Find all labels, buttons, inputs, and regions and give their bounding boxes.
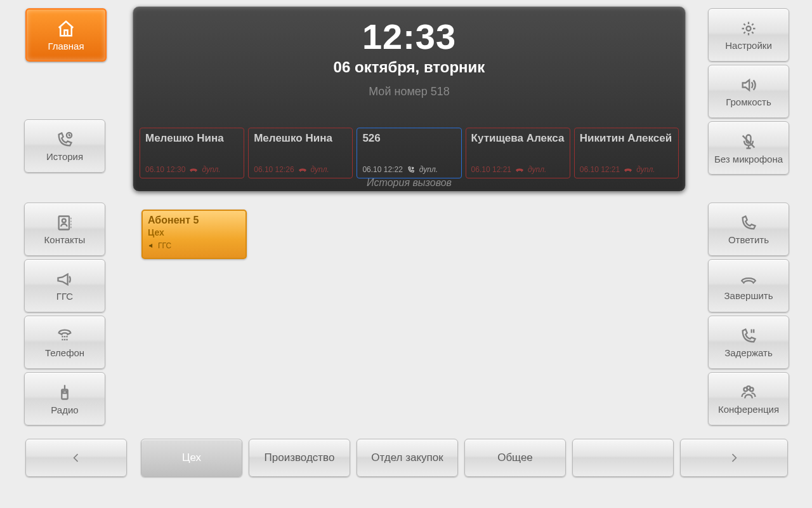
conference-label: Конференция [718, 404, 779, 415]
phone-hold-icon [739, 327, 758, 345]
tab-general[interactable]: Общее [464, 439, 566, 477]
call-mode: дупл. [311, 165, 329, 174]
settings-button[interactable]: Настройки [708, 8, 789, 62]
call-card[interactable]: Никитин Алексей 06.10 12:21 дупл. [574, 128, 679, 178]
chevron-left-icon [70, 450, 82, 465]
call-name: Кутищева Алекса [471, 132, 565, 145]
speaker-icon [739, 76, 758, 94]
settings-label: Настройки [725, 40, 772, 51]
call-name: 526 [362, 132, 455, 145]
contacts-icon [55, 214, 74, 232]
answer-label: Ответить [728, 234, 769, 245]
call-card[interactable]: Кутищева Алекса 06.10 12:21 дупл. [466, 128, 570, 178]
tab-label: Цех [182, 451, 201, 464]
contacts-button[interactable]: Контакты [24, 203, 105, 256]
incoming-call-icon [407, 166, 416, 173]
mic-off-icon [740, 132, 757, 151]
svg-rect-4 [63, 391, 67, 393]
next-page-button[interactable] [680, 439, 788, 477]
home-button[interactable]: Главная [25, 8, 107, 62]
call-history-icon [55, 131, 74, 149]
contact-group: Цех [148, 227, 240, 237]
ggs-label: ГГС [56, 291, 73, 302]
phone-button[interactable]: Телефон [24, 316, 105, 369]
contact-tag: ГГС [158, 241, 171, 250]
tab-production[interactable]: Производство [249, 439, 350, 477]
history-caption: История вызовов [133, 177, 685, 189]
my-number: Мой номер 518 [133, 85, 685, 98]
tab-empty[interactable] [572, 439, 674, 477]
tab-label: Отдел закупок [371, 451, 443, 464]
missed-call-icon [624, 166, 632, 173]
svg-point-5 [747, 26, 751, 30]
volume-label: Громкость [726, 97, 771, 107]
call-mode: дупл. [419, 165, 438, 174]
svg-point-2 [62, 218, 66, 222]
conference-icon [738, 384, 759, 401]
missed-call-icon [298, 166, 307, 173]
phone-icon [55, 327, 74, 345]
hold-button[interactable]: Задержать [708, 316, 789, 369]
megaphone-small-icon [148, 243, 155, 249]
phone-answer-icon [739, 214, 758, 232]
contacts-label: Контакты [44, 234, 86, 245]
call-mode: дупл. [202, 165, 220, 174]
missed-call-icon [189, 166, 198, 173]
tab-label: Общее [497, 451, 533, 464]
tab-ceh[interactable]: Цех [141, 439, 242, 477]
call-time: 06.10 12:30 [145, 165, 185, 174]
contact-tile[interactable]: Абонент 5 Цех ГГС [141, 210, 247, 259]
chevron-right-icon [728, 450, 740, 465]
call-time: 06.10 12:21 [580, 165, 620, 174]
phone-hangup-icon [738, 271, 759, 288]
missed-call-icon [515, 166, 524, 173]
svg-point-9 [747, 386, 750, 390]
tab-label: Производство [265, 451, 335, 464]
call-mode: дупл. [636, 165, 655, 174]
radio-button[interactable]: Радио [24, 372, 105, 425]
conference-button[interactable]: Конференция [708, 372, 789, 425]
history-button[interactable]: История [24, 119, 105, 173]
hangup-label: Завершить [724, 290, 773, 301]
call-time: 06.10 12:26 [254, 165, 294, 174]
clock: 12:33 [133, 16, 685, 57]
radio-label: Радио [51, 404, 78, 415]
call-name: Мелешко Нина [254, 132, 347, 145]
call-history-row: Мелешко Нина 06.10 12:30 дупл. Мелешко Н… [140, 128, 679, 178]
tab-purchasing[interactable]: Отдел закупок [357, 439, 458, 477]
hold-label: Задержать [724, 347, 773, 358]
call-mode: дупл. [528, 165, 546, 174]
volume-button[interactable]: Громкость [708, 65, 789, 118]
mute-mic-button[interactable]: Без микрофона [708, 121, 789, 175]
megaphone-icon [55, 271, 74, 288]
call-name: Никитин Алексей [580, 132, 673, 145]
home-icon [55, 19, 77, 38]
call-time: 06.10 12:22 [362, 165, 402, 174]
mute-mic-label: Без микрофона [714, 154, 783, 164]
date: 06 октября, вторник [133, 58, 685, 76]
call-card[interactable]: Мелешко Нина 06.10 12:26 дупл. [248, 128, 353, 178]
header-panel: 12:33 06 октября, вторник Мой номер 518 … [133, 6, 686, 192]
call-card[interactable]: Мелешко Нина 06.10 12:30 дупл. [140, 128, 244, 178]
call-card[interactable]: 526 06.10 12:22 дупл. [357, 128, 461, 178]
ggs-button[interactable]: ГГС [24, 259, 105, 312]
home-label: Главная [48, 41, 84, 51]
call-time: 06.10 12:21 [471, 165, 511, 174]
radio-icon [56, 383, 74, 402]
gear-icon [739, 20, 758, 37]
call-name: Мелешко Нина [145, 132, 239, 145]
prev-page-button[interactable] [25, 439, 127, 477]
answer-button[interactable]: Ответить [708, 203, 789, 256]
phone-label: Телефон [45, 347, 84, 358]
history-label: История [46, 151, 83, 162]
contact-name: Абонент 5 [148, 215, 240, 226]
hangup-button[interactable]: Завершить [708, 259, 789, 312]
